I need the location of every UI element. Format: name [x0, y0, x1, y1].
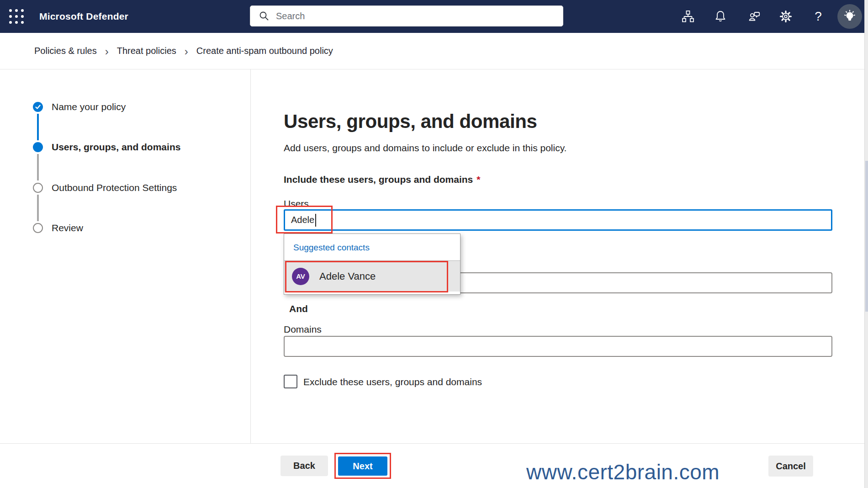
wizard-step-review[interactable]: Review	[52, 223, 83, 233]
step-connector	[37, 195, 39, 221]
breadcrumb: Policies & rules › Threat policies › Cre…	[0, 33, 864, 69]
org-chart-icon[interactable]	[681, 9, 695, 24]
defender-wizard-page: Microsoft Defender	[0, 0, 868, 488]
breadcrumb-policies-rules[interactable]: Policies & rules	[34, 46, 97, 56]
exclude-checkbox[interactable]	[284, 375, 297, 388]
step-upcoming-icon	[33, 223, 43, 233]
include-label-text: Include these users, groups and domains	[284, 174, 473, 185]
help-icon[interactable]: ?	[811, 6, 826, 27]
wizard-steps-sidebar: Name your policy Users, groups, and doma…	[0, 69, 251, 443]
domains-field-label: Domains	[284, 324, 322, 335]
top-navbar: Microsoft Defender	[0, 0, 868, 33]
app-title: Microsoft Defender	[39, 0, 128, 33]
users-input-value: Adele	[291, 215, 314, 225]
checkmark-icon	[35, 104, 41, 110]
users-field-label: Users	[284, 198, 309, 209]
chevron-right-icon: ›	[105, 46, 109, 56]
step-upcoming-icon	[33, 183, 43, 193]
account-avatar[interactable]	[837, 4, 862, 29]
users-input[interactable]: Adele	[284, 209, 832, 231]
back-button[interactable]: Back	[281, 456, 328, 476]
contact-avatar: AV	[292, 268, 309, 285]
app-launcher-icon[interactable]	[9, 9, 25, 25]
breadcrumb-current-page: Create anti-spam outbound policy	[196, 46, 333, 56]
watermark-text: www.cert2brain.com	[526, 460, 720, 484]
include-section-label: Include these users, groups and domains*	[284, 174, 480, 185]
step-connector	[37, 154, 39, 180]
wizard-step-name-your-policy[interactable]: Name your policy	[52, 101, 126, 112]
exclude-checkbox-label: Exclude these users, groups and domains	[303, 377, 482, 387]
required-asterisk: *	[476, 174, 480, 185]
scrollbar-track[interactable]	[864, 0, 868, 488]
global-search-box[interactable]	[250, 5, 563, 27]
step-current-icon	[33, 142, 43, 152]
contact-name: Adele Vance	[319, 271, 376, 282]
suggested-contact-row[interactable]: AV Adele Vance	[284, 260, 460, 292]
feedback-icon[interactable]	[747, 9, 762, 24]
search-icon	[259, 11, 270, 21]
lightbulb-icon	[841, 8, 858, 25]
wizard-step-outbound-protection[interactable]: Outbound Protection Settings	[52, 182, 177, 193]
notifications-bell-icon[interactable]	[713, 9, 728, 24]
and-label: And	[289, 303, 308, 314]
chevron-right-icon: ›	[185, 46, 188, 56]
step-connector	[37, 114, 39, 140]
breadcrumb-threat-policies[interactable]: Threat policies	[117, 46, 176, 56]
suggestions-dropdown: Suggested contacts AV Adele Vance	[284, 233, 460, 295]
cancel-button[interactable]: Cancel	[768, 456, 813, 477]
scrollbar-thumb[interactable]	[865, 161, 868, 312]
next-button[interactable]: Next	[338, 456, 387, 476]
wizard-step-users-groups-domains[interactable]: Users, groups, and domains	[52, 142, 180, 153]
suggested-contacts-header: Suggested contacts	[293, 243, 370, 253]
footer-divider	[0, 443, 864, 444]
page-title: Users, groups, and domains	[284, 111, 537, 133]
page-subtitle: Add users, groups and domains to include…	[284, 143, 566, 154]
step-completed-icon	[33, 102, 43, 112]
search-input[interactable]	[276, 11, 532, 21]
text-cursor	[315, 214, 316, 227]
settings-gear-icon[interactable]	[778, 9, 793, 24]
domains-input[interactable]	[284, 336, 832, 357]
